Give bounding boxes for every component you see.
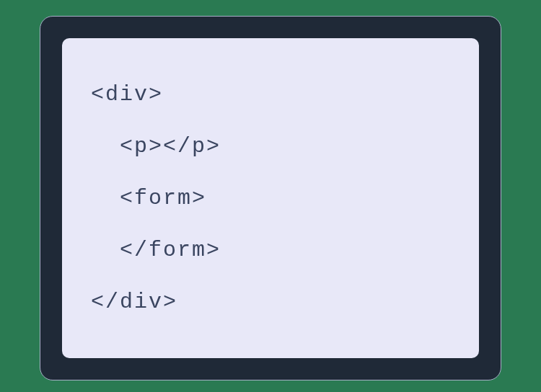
code-frame: <div> <p></p> <form> </form> </div> — [40, 16, 501, 380]
code-panel: <div> <p></p> <form> </form> </div> — [62, 38, 479, 358]
code-line-5: </div> — [91, 276, 450, 328]
code-line-2: <p></p> — [91, 120, 450, 172]
code-line-1: <div> — [91, 68, 450, 120]
code-line-4: </form> — [91, 224, 450, 276]
code-line-3: <form> — [91, 172, 450, 224]
